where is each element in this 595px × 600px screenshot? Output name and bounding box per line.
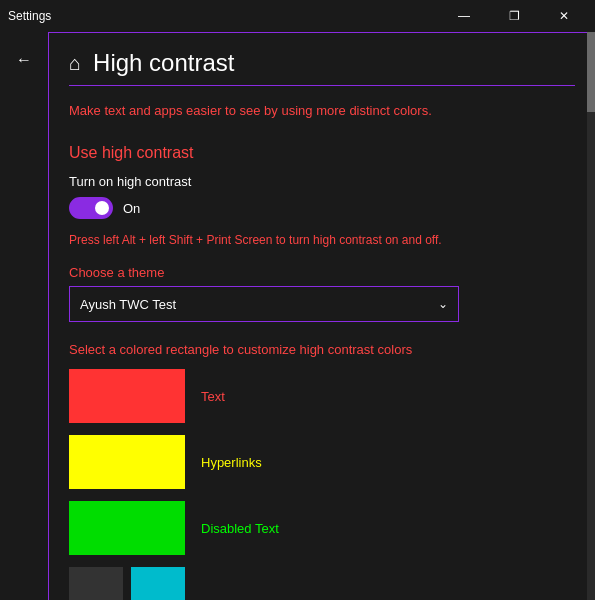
nav-area: ←: [0, 32, 48, 600]
extra-color-swatch-1[interactable]: [69, 567, 123, 600]
toggle-setting-label: Turn on high contrast: [69, 174, 575, 189]
page-header: ⌂ High contrast: [69, 33, 575, 86]
color-row-text[interactable]: Text: [69, 369, 575, 423]
toggle-thumb: [95, 201, 109, 215]
hyperlinks-color-label: Hyperlinks: [201, 455, 262, 470]
scrollbar-thumb[interactable]: [587, 32, 595, 112]
title-bar-title: Settings: [8, 9, 51, 23]
disabled-text-color-label: Disabled Text: [201, 521, 279, 536]
page-title: High contrast: [93, 49, 234, 77]
extra-color-swatch-2[interactable]: [131, 567, 185, 600]
back-button[interactable]: ←: [4, 40, 44, 80]
content-area: ⌂ High contrast Make text and apps easie…: [48, 32, 595, 600]
close-button[interactable]: ✕: [541, 0, 587, 32]
chevron-down-icon: ⌄: [438, 297, 448, 311]
disabled-text-color-swatch[interactable]: [69, 501, 185, 555]
scrollbar[interactable]: [587, 32, 595, 600]
section-title: Use high contrast: [69, 144, 575, 162]
home-icon: ⌂: [69, 52, 81, 75]
maximize-button[interactable]: ❐: [491, 0, 537, 32]
color-row-disabled-text[interactable]: Disabled Text: [69, 501, 575, 555]
toggle-row: On: [69, 197, 575, 219]
color-row-hyperlinks[interactable]: Hyperlinks: [69, 435, 575, 489]
color-row-extra[interactable]: [69, 567, 575, 600]
high-contrast-toggle[interactable]: [69, 197, 113, 219]
select-colors-label: Select a colored rectangle to customize …: [69, 342, 575, 357]
title-bar-left: Settings: [8, 9, 51, 23]
toggle-state-label: On: [123, 201, 140, 216]
main-container: ← ⌂ High contrast Make text and apps eas…: [0, 32, 595, 600]
minimize-button[interactable]: —: [441, 0, 487, 32]
dropdown-value: Ayush TWC Test: [80, 297, 176, 312]
title-bar: Settings — ❐ ✕: [0, 0, 595, 32]
title-bar-controls: — ❐ ✕: [441, 0, 587, 32]
hint-text: Press left Alt + left Shift + Print Scre…: [69, 231, 575, 249]
choose-theme-label: Choose a theme: [69, 265, 575, 280]
theme-dropdown[interactable]: Ayush TWC Test ⌄: [69, 286, 459, 322]
hyperlinks-color-swatch[interactable]: [69, 435, 185, 489]
text-color-swatch[interactable]: [69, 369, 185, 423]
text-color-label: Text: [201, 389, 225, 404]
page-description: Make text and apps easier to see by usin…: [69, 102, 575, 120]
